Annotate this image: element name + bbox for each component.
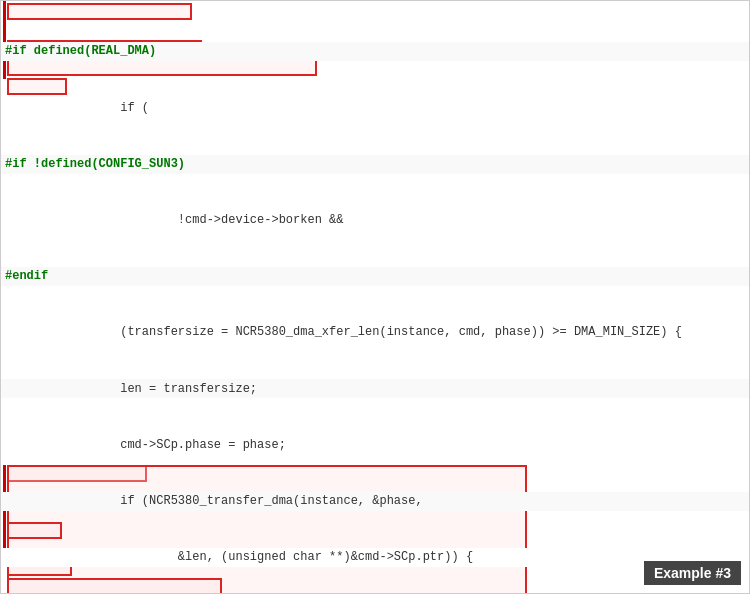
- line-5-text: #endif: [5, 267, 48, 286]
- line-6-text: (transfersize = NCR5380_dma_xfer_len(ins…: [5, 323, 682, 342]
- line-1: #if defined(REAL_DMA): [1, 42, 749, 61]
- code-content: #if defined(REAL_DMA) if ( #if !defined(…: [1, 1, 749, 594]
- line-9-text: if (NCR5380_transfer_dma(instance, &phas…: [5, 492, 423, 511]
- line-1-text: #if defined(REAL_DMA): [5, 42, 156, 61]
- line-2-text: if (: [5, 99, 149, 118]
- line-10-text: &len, (unsigned char **)&cmd->SCp.ptr)) …: [5, 548, 473, 567]
- line-7-text: len = transfersize;: [5, 380, 257, 399]
- example-label: Example #3: [644, 561, 741, 585]
- line-3-text: #if !defined(CONFIG_SUN3): [5, 155, 185, 174]
- line-2: if (: [1, 98, 749, 117]
- line-8: cmd->SCp.phase = phase;: [1, 436, 749, 455]
- line-3: #if !defined(CONFIG_SUN3): [1, 155, 749, 174]
- line-9: if (NCR5380_transfer_dma(instance, &phas…: [1, 492, 749, 511]
- line-7: len = transfersize;: [1, 379, 749, 398]
- line-10: &len, (unsigned char **)&cmd->SCp.ptr)) …: [1, 548, 749, 567]
- code-container: #if defined(REAL_DMA) if ( #if !defined(…: [0, 0, 750, 594]
- line-4: !cmd->device->borken &&: [1, 211, 749, 230]
- line-5: #endif: [1, 267, 749, 286]
- line-4-text: !cmd->device->borken &&: [5, 211, 343, 230]
- line-8-text: cmd->SCp.phase = phase;: [5, 436, 286, 455]
- line-6: (transfersize = NCR5380_dma_xfer_len(ins…: [1, 323, 749, 342]
